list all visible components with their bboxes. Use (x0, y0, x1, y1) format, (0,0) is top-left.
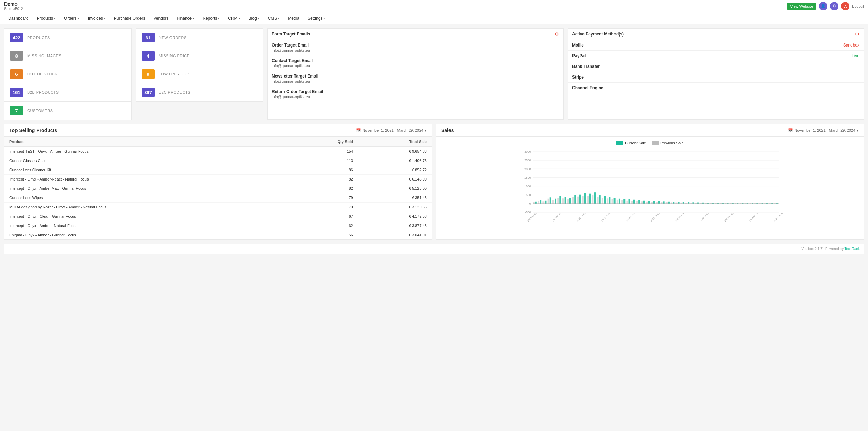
nav-crm[interactable]: CRM ▾ (224, 13, 244, 23)
stat-out-of-stock[interactable]: 6 OUT OF STOCK (4, 65, 132, 83)
nav-products[interactable]: Products ▾ (33, 13, 60, 23)
nav-vendors[interactable]: Vendors (149, 13, 173, 23)
version: Version: 2.1.7 (802, 247, 823, 251)
paypal-label: PayPal (572, 53, 586, 58)
svg-rect-60 (641, 201, 643, 204)
stat-label-b2c: B2C PRODUCTS (159, 90, 190, 94)
svg-rect-95 (727, 203, 729, 204)
product-name: Intercept TEST - Onyx - Amber - Gunnar F… (4, 147, 290, 156)
logout-link[interactable]: Logout (852, 4, 864, 8)
product-name: Intercept - Onyx - Amber Max - Gunnar Fo… (4, 184, 290, 193)
svg-rect-34 (577, 197, 579, 204)
stat-badge-missing-price: 4 (142, 51, 155, 61)
stat-label-out-of-stock: OUT OF STOCK (27, 72, 58, 76)
nav-orders[interactable]: Orders ▾ (60, 13, 84, 23)
powered-by: Powered by (825, 247, 844, 251)
stat-products[interactable]: 422 PRODUCTS (4, 28, 132, 47)
stripe-label: Stripe (572, 75, 584, 80)
stat-badge-b2c: 397 (142, 88, 155, 97)
svg-rect-31 (569, 198, 571, 204)
svg-rect-30 (567, 199, 569, 204)
col-qty: Qty Sold (290, 137, 358, 147)
table-row: Intercept - Onyx - Amber Max - Gunnar Fo… (4, 184, 432, 193)
left-stats: 422 PRODUCTS 8 MISSING IMAGES 6 OUT OF S… (4, 28, 132, 120)
nav-dashboard[interactable]: Dashboard (4, 13, 33, 23)
user-avatar[interactable]: A (841, 2, 849, 10)
sales-date-range[interactable]: 📅 November 1, 2021 - March 29, 2024 ▾ (788, 128, 859, 133)
stat-b2c[interactable]: 397 B2C PRODUCTS (136, 83, 263, 102)
users-icon[interactable]: 👤 (819, 2, 827, 10)
active-payments-header: Active Payment Method(s) ⚙ (568, 29, 864, 40)
svg-rect-61 (643, 201, 645, 204)
svg-rect-74 (675, 203, 677, 204)
svg-text:3000: 3000 (524, 150, 531, 153)
stat-low-on-stock[interactable]: 9 LOW ON STOCK (136, 65, 263, 83)
legend-previous-label: Previous Sale (660, 141, 684, 145)
svg-rect-83 (698, 203, 699, 204)
svg-rect-36 (582, 196, 584, 204)
svg-rect-18 (538, 201, 539, 204)
svg-rect-54 (626, 201, 628, 204)
svg-rect-17 (535, 202, 537, 204)
svg-rect-21 (545, 201, 546, 204)
svg-rect-29 (565, 197, 566, 204)
svg-rect-23 (550, 197, 551, 204)
qty-sold: 70 (290, 203, 358, 212)
nav-cms[interactable]: CMS ▾ (264, 13, 284, 23)
order-email-label: Order Target Email (272, 43, 310, 48)
svg-rect-24 (552, 200, 554, 204)
stat-customers[interactable]: 7 CUSTOMERS (4, 101, 132, 120)
qty-sold: 82 (290, 184, 358, 193)
svg-text:2022-10-01: 2022-10-01 (626, 212, 636, 222)
total-sale: € 3.877,45 (358, 221, 432, 230)
table-row: Gunnar Lens Wipes 79 € 351,45 (4, 193, 432, 203)
product-name: Intercept - Onyx - Clear - Gunnar Focus (4, 212, 290, 221)
stat-badge-b2b: 161 (10, 88, 23, 97)
nav-invoices[interactable]: Invoices ▾ (84, 13, 110, 23)
stat-missing-images[interactable]: 8 MISSING IMAGES (4, 47, 132, 65)
total-sale: € 852,72 (358, 165, 432, 175)
gear-icon-payments[interactable]: ⚙ (855, 31, 859, 37)
return-email-value: info@gunnar-optiks.eu (272, 95, 323, 99)
stat-label-b2b: B2B PRODUCTS (27, 90, 59, 94)
stat-badge-out-of-stock: 6 (10, 69, 23, 79)
stat-new-orders[interactable]: 61 NEW ORDERS (136, 28, 263, 47)
nav-media[interactable]: Media (284, 13, 303, 23)
view-website-button[interactable]: View Website (787, 3, 816, 10)
svg-rect-27 (559, 196, 561, 204)
svg-rect-45 (604, 196, 606, 204)
top-selling-date-range[interactable]: 📅 November 1, 2021 - March 29, 2024 ▾ (356, 128, 427, 133)
stat-b2b[interactable]: 161 B2B PRODUCTS (4, 83, 132, 102)
table-row: Gunnar Glasses Case 113 € 1.408,76 (4, 156, 432, 165)
nav-reports[interactable]: Reports ▾ (198, 13, 224, 23)
top-selling-header: Top Selling Products 📅 November 1, 2021 … (4, 124, 432, 137)
total-sale: € 5.125,00 (358, 184, 432, 193)
svg-text:2023-07-01: 2023-07-01 (699, 212, 709, 222)
stat-badge-new-orders: 61 (142, 33, 155, 42)
gear-icon[interactable]: ⚙ (555, 31, 559, 37)
svg-rect-63 (648, 201, 650, 204)
product-name: Gunnar Lens Wipes (4, 193, 290, 203)
nav-settings[interactable]: Settings ▾ (303, 13, 329, 23)
legend-previous: Previous Sale (652, 141, 684, 145)
techrank-link[interactable]: TechRank (845, 247, 860, 251)
chevron-down-icon: ▾ (78, 17, 80, 20)
settings-icon[interactable]: ⚙ (830, 2, 838, 10)
nav-finance[interactable]: Finance ▾ (173, 13, 199, 23)
svg-rect-52 (621, 200, 623, 204)
chart-legend: Current Sale Previous Sale (441, 141, 859, 145)
svg-rect-53 (623, 199, 625, 204)
chevron-down-icon: ▾ (193, 17, 194, 20)
channel-engine-label: Channel Engine (572, 85, 603, 90)
chevron-down-icon: ▾ (104, 17, 106, 20)
svg-rect-70 (666, 202, 668, 204)
nav-purchase-orders[interactable]: Purchase Orders (110, 13, 149, 23)
svg-rect-66 (656, 202, 658, 204)
svg-rect-68 (661, 202, 663, 204)
top-selling-table: Top Selling Products 📅 November 1, 2021 … (4, 124, 432, 240)
svg-rect-40 (592, 195, 593, 204)
svg-rect-39 (589, 194, 591, 204)
nav-blog[interactable]: Blog ▾ (245, 13, 264, 23)
svg-text:2022-07-01: 2022-07-01 (601, 212, 611, 222)
stat-missing-price[interactable]: 4 MISSING PRICE (136, 47, 263, 65)
